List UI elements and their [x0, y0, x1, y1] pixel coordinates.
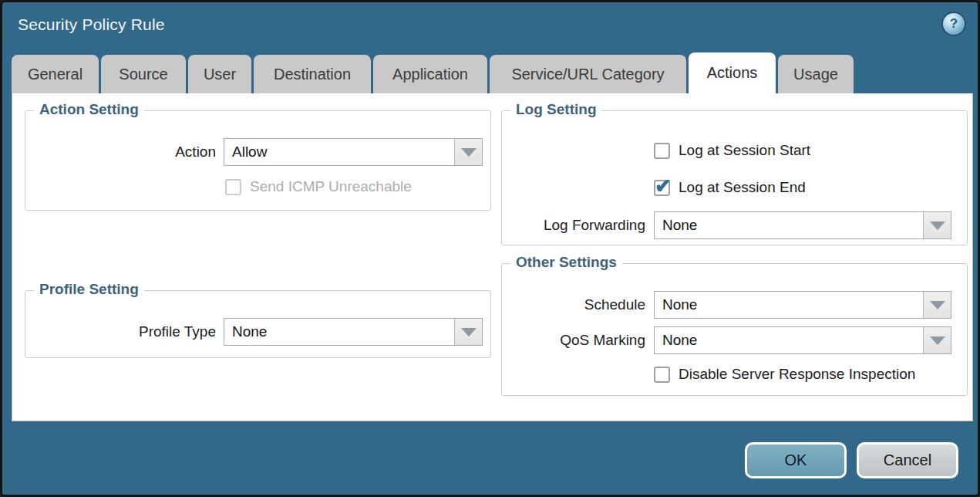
- log-session-end-row: Log at Session End: [654, 179, 806, 196]
- tab-bar: General Source User Destination Applicat…: [12, 55, 854, 93]
- action-setting-group: Action Setting Action Allow Send ICMP Un…: [25, 110, 491, 211]
- tab-user[interactable]: User: [188, 55, 251, 93]
- action-setting-legend: Action Setting: [34, 101, 144, 118]
- action-dropdown-button[interactable]: [454, 139, 482, 165]
- cancel-button[interactable]: Cancel: [857, 442, 958, 478]
- dialog-title: Security Policy Rule: [18, 15, 165, 34]
- chevron-down-icon: [930, 301, 945, 309]
- chevron-down-icon: [461, 148, 477, 157]
- other-settings-group: Other Settings Schedule None QoS Marking…: [501, 263, 968, 396]
- tab-content-panel: Action Setting Action Allow Send ICMP Un…: [12, 93, 973, 421]
- qos-marking-dropdown-value: None: [655, 327, 923, 353]
- log-setting-legend: Log Setting: [510, 101, 601, 118]
- tab-general[interactable]: General: [12, 55, 99, 93]
- log-forwarding-dropdown[interactable]: None: [654, 211, 951, 239]
- profile-type-dropdown-button[interactable]: [454, 319, 482, 345]
- help-icon[interactable]: ?: [943, 13, 965, 35]
- log-session-end-checkbox[interactable]: [654, 180, 670, 196]
- log-forwarding-label: Log Forwarding: [502, 211, 645, 239]
- profile-type-dropdown[interactable]: None: [224, 318, 483, 346]
- log-session-start-label: Log at Session Start: [679, 142, 810, 159]
- send-icmp-unreachable-checkbox: [225, 179, 241, 195]
- schedule-dropdown[interactable]: None: [654, 291, 951, 319]
- send-icmp-unreachable-label: Send ICMP Unreachable: [250, 178, 412, 195]
- tab-usage[interactable]: Usage: [778, 55, 854, 93]
- log-forwarding-dropdown-button[interactable]: [923, 212, 951, 238]
- chevron-down-icon: [930, 221, 945, 230]
- schedule-dropdown-button[interactable]: [923, 292, 951, 318]
- log-forwarding-dropdown-value: None: [655, 212, 923, 238]
- other-settings-legend: Other Settings: [510, 254, 622, 271]
- tab-service-url-category[interactable]: Service/URL Category: [490, 55, 686, 93]
- action-dropdown[interactable]: Allow: [224, 138, 483, 166]
- qos-marking-dropdown[interactable]: None: [654, 326, 951, 354]
- dsri-checkbox[interactable]: [654, 367, 670, 383]
- tab-destination[interactable]: Destination: [254, 55, 371, 93]
- log-session-end-label: Log at Session End: [679, 179, 806, 196]
- tab-application[interactable]: Application: [373, 55, 487, 93]
- log-session-start-checkbox[interactable]: [654, 143, 670, 159]
- dsri-label: Disable Server Response Inspection: [679, 366, 915, 383]
- ok-button[interactable]: OK: [745, 442, 847, 478]
- chevron-down-icon: [461, 328, 477, 336]
- security-policy-rule-dialog: Security Policy Rule ? General Source Us…: [0, 0, 980, 497]
- action-label: Action: [25, 138, 216, 166]
- profile-setting-group: Profile Setting Profile Type None: [25, 290, 491, 358]
- schedule-label: Schedule: [502, 291, 645, 319]
- profile-setting-legend: Profile Setting: [34, 281, 144, 298]
- tab-source[interactable]: Source: [101, 55, 186, 93]
- log-session-start-row: Log at Session Start: [654, 142, 810, 159]
- log-setting-group: Log Setting Log at Session Start Log at …: [501, 110, 968, 245]
- profile-type-label: Profile Type: [25, 318, 216, 346]
- tab-actions[interactable]: Actions: [689, 52, 776, 93]
- chevron-down-icon: [930, 336, 945, 345]
- qos-marking-label: QoS Marking: [502, 326, 645, 354]
- qos-marking-dropdown-button[interactable]: [923, 327, 951, 353]
- send-icmp-unreachable-row: Send ICMP Unreachable: [225, 178, 412, 195]
- dsri-row: Disable Server Response Inspection: [654, 366, 915, 383]
- schedule-dropdown-value: None: [655, 292, 923, 318]
- profile-type-dropdown-value: None: [224, 319, 454, 345]
- action-dropdown-value: Allow: [224, 139, 454, 165]
